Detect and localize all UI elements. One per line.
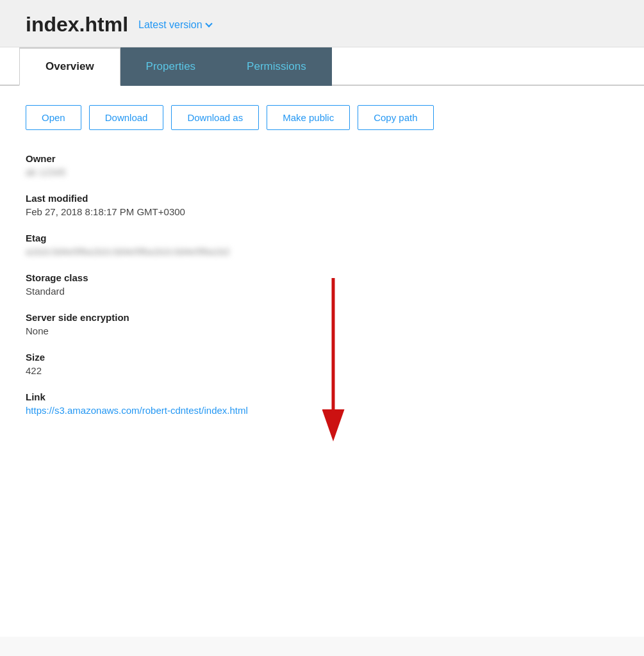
tab-permissions[interactable]: Permissions xyxy=(221,47,332,86)
storage-class-value: Standard xyxy=(26,286,618,297)
server-side-encryption-label: Server side encryption xyxy=(26,312,618,323)
download-as-button[interactable]: Download as xyxy=(171,105,259,130)
last-modified-section: Last modified Feb 27, 2018 8:18:17 PM GM… xyxy=(26,193,618,217)
owner-section: Owner ab 12345 xyxy=(26,153,618,177)
page-header: index.html Latest version xyxy=(0,0,644,47)
tabs-bar: Overview Properties Permissions xyxy=(0,47,644,86)
chevron-down-icon xyxy=(205,20,212,27)
page-title: index.html xyxy=(26,13,128,37)
size-label: Size xyxy=(26,352,618,363)
copy-path-button[interactable]: Copy path xyxy=(358,105,433,130)
etag-label: Etag xyxy=(26,233,618,243)
size-section: Size 422 xyxy=(26,352,618,376)
tab-overview[interactable]: Overview xyxy=(19,47,120,86)
action-buttons: Open Download Download as Make public Co… xyxy=(26,105,618,130)
owner-label: Owner xyxy=(26,153,618,164)
etag-value: a1b2c3d4e5f6a1b2c3d4e5f6a1b2c3d4e5f6a1b2 xyxy=(26,246,618,257)
size-value: 422 xyxy=(26,365,618,376)
main-content: Open Download Download as Make public Co… xyxy=(0,86,644,637)
make-public-button[interactable]: Make public xyxy=(267,105,350,130)
last-modified-label: Last modified xyxy=(26,193,618,204)
version-dropdown[interactable]: Latest version xyxy=(138,19,211,31)
storage-class-section: Storage class Standard xyxy=(26,272,618,297)
server-side-encryption-value: None xyxy=(26,325,618,336)
version-label: Latest version xyxy=(138,19,202,31)
server-side-encryption-section: Server side encryption None xyxy=(26,312,618,336)
link-value[interactable]: https://s3.amazonaws.com/robert-cdntest/… xyxy=(26,405,248,416)
storage-class-label: Storage class xyxy=(26,272,618,283)
open-button[interactable]: Open xyxy=(26,105,81,130)
etag-section: Etag a1b2c3d4e5f6a1b2c3d4e5f6a1b2c3d4e5f… xyxy=(26,233,618,257)
download-button[interactable]: Download xyxy=(89,105,164,130)
link-label: Link xyxy=(26,391,618,402)
link-section: Link https://s3.amazonaws.com/robert-cdn… xyxy=(26,391,618,416)
last-modified-value: Feb 27, 2018 8:18:17 PM GMT+0300 xyxy=(26,206,618,217)
tab-properties[interactable]: Properties xyxy=(120,47,221,86)
owner-value: ab 12345 xyxy=(26,167,618,177)
